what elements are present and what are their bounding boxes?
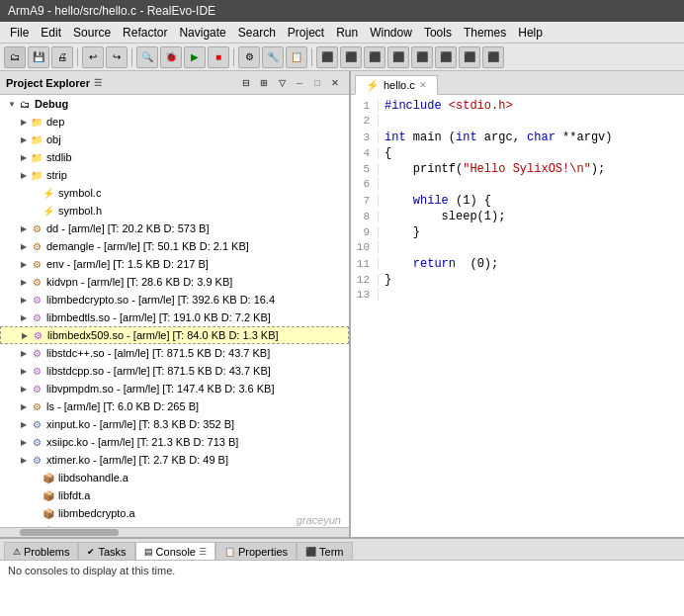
expand-arrow-dd[interactable]: ▶ bbox=[18, 224, 30, 233]
toolbar-btn-6[interactable]: 🔍 bbox=[136, 46, 158, 68]
panel-close-btn[interactable]: ✕ bbox=[327, 75, 343, 91]
tree-label-strip: strip bbox=[46, 169, 67, 181]
tree-item-xtimer[interactable]: ▶ ⚙ xtimer.ko - [arm/le] [T: 2.7 KB D: 4… bbox=[0, 451, 349, 469]
menu-refactor[interactable]: Refactor bbox=[117, 24, 173, 42]
editor-content[interactable]: 1 #include <stdio.h> 2 3 int main (int a… bbox=[351, 95, 684, 537]
toolbar-btn-4[interactable]: ↩ bbox=[82, 46, 104, 68]
expand-arrow-obj[interactable]: ▶ bbox=[18, 135, 30, 144]
expand-arrow-demangle[interactable]: ▶ bbox=[18, 242, 30, 251]
tree-item-symbol-c[interactable]: ⚡ symbol.c bbox=[0, 184, 349, 202]
expand-arrow-dep[interactable]: ▶ bbox=[18, 118, 30, 127]
toolbar-btn-17[interactable]: ⬛ bbox=[411, 46, 433, 68]
main-layout: Project Explorer ☰ ⊟ ⊞ ▽ ─ □ ✕ ▼ 🗂 bbox=[0, 71, 684, 616]
tree-item-libmbedx509[interactable]: ▶ ⚙ libmbedx509.so - [arm/le] [T: 84.0 K… bbox=[0, 326, 349, 344]
tree-item-obj[interactable]: ▶ 📁 obj bbox=[0, 131, 349, 148]
toolbar-btn-5[interactable]: ↪ bbox=[106, 46, 128, 68]
toolbar-btn-16[interactable]: ⬛ bbox=[387, 46, 409, 68]
tab-tasks[interactable]: ✔ Tasks bbox=[78, 542, 134, 560]
toolbar-btn-12[interactable]: 📋 bbox=[286, 46, 307, 68]
tree-item-xsiipc[interactable]: ▶ ⚙ xsiipc.ko - [arm/le] [T: 21.3 KB D: … bbox=[0, 433, 349, 451]
menu-edit[interactable]: Edit bbox=[35, 24, 67, 42]
expand-arrow-libvpmpdm[interactable]: ▶ bbox=[18, 385, 30, 394]
tree-item-dep[interactable]: ▶ 📁 dep bbox=[0, 113, 349, 131]
menu-project[interactable]: Project bbox=[282, 24, 330, 42]
expand-arrow-xinput[interactable]: ▶ bbox=[18, 420, 30, 429]
tab-properties[interactable]: 📋 Properties bbox=[215, 542, 297, 560]
tree-item-libvpmpdm[interactable]: ▶ ⚙ libvpmpdm.so - [arm/le] [T: 147.4 KB… bbox=[0, 380, 349, 397]
menu-help[interactable]: Help bbox=[512, 24, 549, 42]
tab-console[interactable]: ▤ Console ☰ bbox=[135, 542, 215, 560]
tree-item-libfdt[interactable]: 📦 libfdt.a bbox=[0, 486, 349, 504]
menu-themes[interactable]: Themes bbox=[458, 24, 512, 42]
toolbar-btn-20[interactable]: ⬛ bbox=[482, 46, 504, 68]
expand-arrow-stdlib[interactable]: ▶ bbox=[18, 153, 30, 162]
tree-item-stdlib[interactable]: ▶ 📁 stdlib bbox=[0, 148, 349, 166]
toolbar-btn-11[interactable]: 🔧 bbox=[262, 46, 284, 68]
expand-arrow-strip[interactable]: ▶ bbox=[18, 171, 30, 180]
menu-navigate[interactable]: Navigate bbox=[173, 24, 231, 42]
tab-term[interactable]: ⬛ Term bbox=[297, 542, 352, 560]
tree-label-dd: dd - [arm/le] [T: 20.2 KB D: 573 B] bbox=[46, 222, 209, 234]
panel-minimize-btn[interactable]: ─ bbox=[292, 75, 307, 91]
toolbar-btn-13[interactable]: ⬛ bbox=[316, 46, 338, 68]
tree-item-strip[interactable]: ▶ 📁 strip bbox=[0, 166, 349, 184]
tree-item-symbol-h[interactable]: ⚡ symbol.h bbox=[0, 202, 349, 220]
h-scrollbar[interactable]: graceyun bbox=[0, 527, 349, 537]
panel-menu-btn[interactable]: ▽ bbox=[274, 75, 290, 91]
toolbar-btn-10[interactable]: ⚙ bbox=[238, 46, 260, 68]
project-tree[interactable]: ▼ 🗂 Debug ▶ 📁 dep ▶ 📁 obj bbox=[0, 95, 349, 527]
menu-source[interactable]: Source bbox=[67, 24, 117, 42]
expand-arrow-libmbedcrypto[interactable]: ▶ bbox=[18, 296, 30, 305]
toolbar-btn-1[interactable]: 🗂 bbox=[4, 46, 26, 68]
h-scrollbar-thumb[interactable] bbox=[20, 529, 119, 536]
code-text-11: return (0); bbox=[385, 257, 498, 271]
toolbar-btn-2[interactable]: 💾 bbox=[28, 46, 49, 68]
expand-arrow-libmbedtls[interactable]: ▶ bbox=[18, 313, 30, 322]
tree-item-libstdcpp[interactable]: ▶ ⚙ libstdc++.so - [alm/le] [T: 871.5 KB… bbox=[0, 344, 349, 362]
toolbar-btn-19[interactable]: ⬛ bbox=[459, 46, 480, 68]
expand-arrow-debug[interactable]: ▼ bbox=[6, 100, 18, 109]
tree-item-dd[interactable]: ▶ ⚙ dd - [arm/le] [T: 20.2 KB D: 573 B] bbox=[0, 220, 349, 237]
expand-arrow-xtimer[interactable]: ▶ bbox=[18, 456, 30, 465]
expand-arrow-libmbedx509[interactable]: ▶ bbox=[19, 331, 31, 340]
toolbar-btn-15[interactable]: ⬛ bbox=[364, 46, 385, 68]
panel-maximize-btn[interactable]: □ bbox=[309, 75, 325, 91]
expand-arrow-libstdcpp[interactable]: ▶ bbox=[18, 349, 30, 358]
expand-arrow-libstdcpp2[interactable]: ▶ bbox=[18, 367, 30, 376]
code-line-13: 13 bbox=[351, 289, 684, 305]
line-num-4: 4 bbox=[351, 147, 379, 159]
toolbar-btn-8[interactable]: ▶ bbox=[184, 46, 206, 68]
panel-expand-btn[interactable]: ⊞ bbox=[256, 75, 272, 91]
editor-tab-hello-c[interactable]: ⚡ hello.c ✕ bbox=[355, 75, 438, 95]
tree-item-env[interactable]: ▶ ⚙ env - [arm/le] [T: 1.5 KB D: 217 B] bbox=[0, 255, 349, 273]
menu-search[interactable]: Search bbox=[232, 24, 282, 42]
tree-item-xinput[interactable]: ▶ ⚙ xinput.ko - [arm/le] [T: 8.3 KB D: 3… bbox=[0, 415, 349, 433]
panel-collapse-btn[interactable]: ⊟ bbox=[238, 75, 254, 91]
expand-arrow-ls[interactable]: ▶ bbox=[18, 402, 30, 411]
tree-item-demangle[interactable]: ▶ ⚙ demangle - [arm/le] [T: 50.1 KB D: 2… bbox=[0, 237, 349, 255]
toolbar-btn-7[interactable]: 🐞 bbox=[160, 46, 182, 68]
expand-arrow-env[interactable]: ▶ bbox=[18, 260, 30, 269]
code-line-3: 3 int main (int argc, char **argv) bbox=[351, 131, 684, 146]
toolbar-btn-14[interactable]: ⬛ bbox=[340, 46, 362, 68]
expand-arrow-xsiipc[interactable]: ▶ bbox=[18, 438, 30, 447]
tab-problems[interactable]: ⚠ Problems bbox=[4, 542, 78, 560]
tree-item-libstdcpp2[interactable]: ▶ ⚙ libstdcpp.so - [arm/le] [T: 871.5 KB… bbox=[0, 362, 349, 380]
bin-icon-demangle: ⚙ bbox=[30, 239, 43, 253]
menu-tools[interactable]: Tools bbox=[418, 24, 458, 42]
menu-run[interactable]: Run bbox=[330, 24, 364, 42]
so-icon-libstdcpp2: ⚙ bbox=[30, 364, 43, 378]
expand-arrow-kidvpn[interactable]: ▶ bbox=[18, 278, 30, 287]
tree-item-ls[interactable]: ▶ ⚙ ls - [arm/le] [T: 6.0 KB D: 265 B] bbox=[0, 397, 349, 415]
tree-item-kidvpn[interactable]: ▶ ⚙ kidvpn - [arm/le] [T: 28.6 KB D: 3.9… bbox=[0, 273, 349, 291]
close-icon[interactable]: ✕ bbox=[419, 80, 427, 90]
tree-item-libdsohandle[interactable]: 📦 libdsohandle.a bbox=[0, 469, 349, 486]
toolbar-btn-3[interactable]: 🖨 bbox=[51, 46, 73, 68]
tree-item-debug[interactable]: ▼ 🗂 Debug bbox=[0, 95, 349, 113]
menu-file[interactable]: File bbox=[4, 24, 35, 42]
tree-item-libmbedtls[interactable]: ▶ ⚙ libmbedtls.so - [arm/le] [T: 191.0 K… bbox=[0, 308, 349, 326]
menu-window[interactable]: Window bbox=[364, 24, 418, 42]
tree-item-libmbedcrypto[interactable]: ▶ ⚙ libmbedcrypto.so - [arm/le] [T: 392.… bbox=[0, 291, 349, 308]
toolbar-btn-9[interactable]: ■ bbox=[208, 46, 229, 68]
toolbar-btn-18[interactable]: ⬛ bbox=[435, 46, 457, 68]
